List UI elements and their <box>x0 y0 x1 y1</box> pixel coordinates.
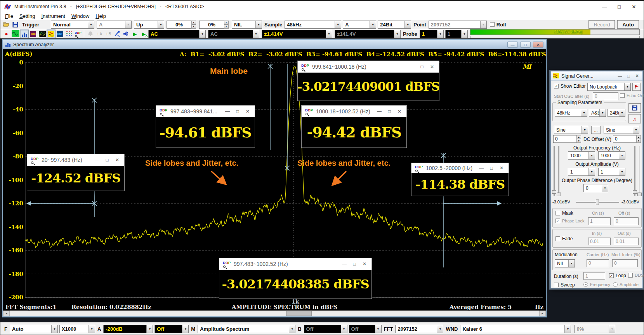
waveform-b-select[interactable]: Sine▼ <box>604 126 639 134</box>
a-extra-select[interactable]: Off▼ <box>154 325 189 333</box>
modulation-select[interactable]: NIL▼ <box>555 259 575 267</box>
minimize-icon[interactable]: — <box>617 74 623 78</box>
spectrum-window-titlebar[interactable]: Spectrum Analyzer — □ ✕ <box>3 40 546 49</box>
measurement-titlebar[interactable]: DDP997.483~999.841...—□✕ <box>156 106 255 117</box>
horizontal-scrollbar[interactable]: ◄ ► <box>3 311 546 316</box>
close-icon[interactable]: ✕ <box>628 4 640 10</box>
siggen-titlebar[interactable]: Signal Gener... — □ ✕ <box>551 71 642 81</box>
close-icon[interactable]: ✕ <box>244 109 251 114</box>
ground-b-icon[interactable]: ⊥B <box>104 30 113 38</box>
measurement-window-full-lobe[interactable]: DDP997.483~1002.52 (Hz)—□✕ -3.0217440838… <box>219 258 372 299</box>
frequency-a-select[interactable]: 1000▼ <box>568 151 595 160</box>
roll-checkbox[interactable]: Roll <box>490 22 506 28</box>
fade-checkbox[interactable]: Fade <box>555 236 573 241</box>
amplitude-b-slider[interactable] <box>634 146 635 196</box>
slider-handle[interactable] <box>637 193 642 196</box>
measurement-titlebar[interactable]: DDP1000.18~1002.52 (Hz)—□✕ <box>302 106 406 117</box>
slider-handle[interactable] <box>633 190 637 194</box>
sweep-checkbox[interactable]: Sweep <box>554 282 575 288</box>
phase-lock-checkbox[interactable]: ✓Phase Lock <box>555 219 584 223</box>
play-file-button[interactable]: ♫ <box>628 114 641 123</box>
amplitude-b-select[interactable]: 1▼ <box>598 168 625 176</box>
frequency-axis-select[interactable]: Auto▼ <box>10 325 58 333</box>
x-multiplier-select[interactable]: X1000▼ <box>59 325 95 333</box>
fade-in-field[interactable]: 0.01 <box>588 238 611 245</box>
amplitude-a2-slider[interactable] <box>558 146 559 196</box>
measurement-window-low-band[interactable]: DDP20~997.483 (Hz)—□✕ -124.52 dBFS <box>27 154 125 191</box>
siggen-channels-select[interactable]: A&B▼ <box>589 109 606 117</box>
minimize-icon[interactable]: — <box>408 64 415 69</box>
alarm-icon[interactable] <box>86 30 95 38</box>
phase-select[interactable]: 0▼ <box>583 184 608 192</box>
sample-channel-select[interactable]: A▼ <box>343 21 376 29</box>
probe-a-select[interactable]: 1▼ <box>420 30 444 38</box>
maximize-icon[interactable]: □ <box>613 4 625 10</box>
maximize-icon[interactable]: □ <box>488 165 495 171</box>
sample-rate-select[interactable]: 48kHz▼ <box>285 21 341 29</box>
close-icon[interactable]: ✕ <box>634 73 640 78</box>
minimize-icon[interactable]: — <box>376 109 383 114</box>
dds-checkbox[interactable]: DDS <box>628 273 644 278</box>
record-button[interactable]: Record <box>588 20 615 29</box>
loop-checkbox[interactable]: ✓Loop <box>609 273 626 278</box>
duration-field[interactable]: 1 <box>583 272 605 280</box>
measurement-titlebar[interactable]: DDP997.483~1002.52 (Hz)—□✕ <box>219 258 371 270</box>
menu-setting[interactable]: Setting <box>16 13 38 19</box>
maximize-icon[interactable]: □ <box>418 64 425 69</box>
slider-handle[interactable] <box>552 190 556 194</box>
minimize-icon[interactable]: — <box>478 165 485 171</box>
run-icon[interactable]: ▶ <box>130 30 139 38</box>
scrollbar-thumb[interactable] <box>286 311 312 316</box>
minimize-icon[interactable]: — <box>224 109 231 114</box>
open-icon[interactable] <box>2 20 11 29</box>
mod-index-field[interactable]: 0 <box>612 259 638 267</box>
mask-on-field[interactable]: 1 <box>588 217 611 225</box>
hpf-select[interactable]: NIL▼ <box>232 21 262 29</box>
signal-generator-icon[interactable] <box>47 30 56 38</box>
slider-handle[interactable] <box>557 193 561 196</box>
scrollbar-track[interactable] <box>10 311 539 316</box>
dc-offset-a-stepper[interactable]: 0▲▼ <box>553 135 581 143</box>
fade-out-field[interactable]: 0.01 <box>614 238 639 245</box>
maximize-icon[interactable]: □ <box>625 74 632 78</box>
save-signal-button[interactable] <box>628 103 641 113</box>
amplitude-a-slider[interactable] <box>554 146 555 196</box>
amplitude-b2-slider[interactable] <box>639 146 640 196</box>
maximize-icon[interactable]: □ <box>386 109 393 114</box>
menu-window[interactable]: Window <box>68 13 92 19</box>
auto-button[interactable]: Auto <box>617 20 639 29</box>
a-range-select[interactable]: -200dB▼ <box>103 325 153 333</box>
oscilloscope-icon[interactable] <box>11 30 20 38</box>
echo-only-checkbox[interactable]: Echo Only <box>620 93 644 98</box>
dc-offset-b-stepper[interactable]: 0▲▼ <box>613 135 641 143</box>
trigger-level-stepper[interactable]: 0%▲▼ <box>167 21 196 29</box>
save-icon[interactable] <box>11 20 20 29</box>
spectrum-3d-icon[interactable] <box>38 30 47 38</box>
trigger-delay-stepper[interactable]: 0%▲▼ <box>199 21 229 29</box>
maximize-icon[interactable]: □ <box>351 261 358 267</box>
minimize-icon[interactable]: — <box>341 261 348 267</box>
measurement-titlebar[interactable]: DDP20~997.483 (Hz)—□✕ <box>27 154 124 166</box>
scroll-left-icon[interactable]: ◄ <box>3 311 10 316</box>
close-icon[interactable]: ✕ <box>361 261 368 267</box>
run-generator-button[interactable] <box>632 83 641 91</box>
fft-size-select[interactable]: 2097152▼ <box>395 325 443 333</box>
multimeter-icon[interactable]: 888 <box>29 30 38 38</box>
speaker-icon[interactable] <box>122 30 130 38</box>
sweep-frequency-radio[interactable]: Frequency <box>583 282 610 287</box>
close-icon[interactable]: ✕ <box>533 42 543 48</box>
multi-waves-icon[interactable] <box>64 30 73 38</box>
menu-help[interactable]: Help <box>92 13 109 19</box>
minimize-icon[interactable]: — <box>507 42 518 48</box>
b-range-select[interactable]: Off▼ <box>304 325 347 333</box>
close-icon[interactable]: ✕ <box>498 165 505 171</box>
show-editor-checkbox[interactable]: ✓Show Editor <box>554 83 586 89</box>
waveform-a-select[interactable]: Sine▼ <box>554 126 588 134</box>
bit-depth-select[interactable]: 24Bit▼ <box>378 21 411 29</box>
measurement-window-right-lobe[interactable]: DDP1000.18~1002.52 (Hz)—□✕ -94.42 dBFS <box>301 105 407 148</box>
start-osc-field[interactable]: 0 <box>593 92 618 100</box>
scroll-right-icon[interactable]: ► <box>539 311 546 316</box>
siggen-bits-select[interactable]: 24Bit▼ <box>608 109 625 117</box>
frequency-b-select[interactable]: 1000▼ <box>598 151 625 160</box>
minimize-icon[interactable]: — <box>599 4 610 10</box>
